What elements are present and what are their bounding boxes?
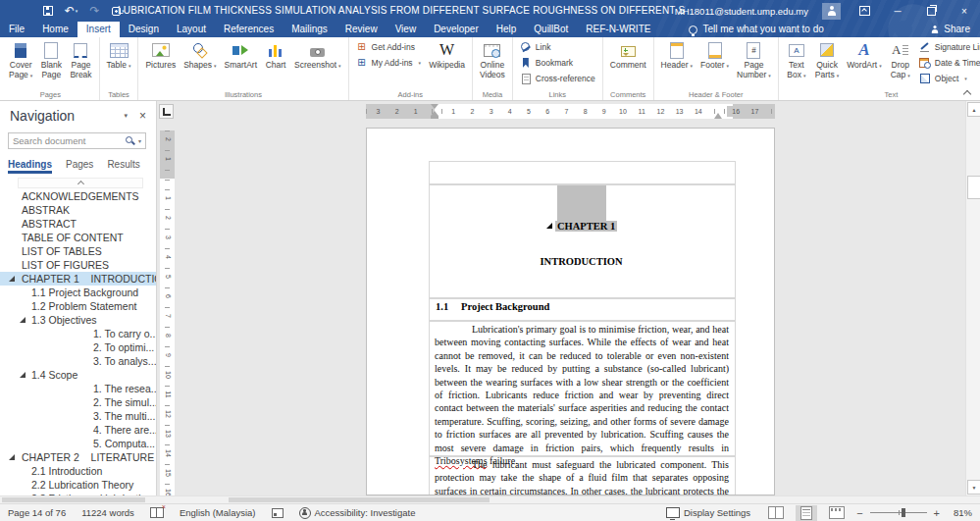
nav-item-list-of-figures[interactable]: LIST OF FIGURES <box>0 258 156 272</box>
section-title[interactable]: Project Background <box>461 301 549 312</box>
search-icon[interactable] <box>126 136 135 146</box>
wikipedia-button[interactable]: WWikipedia <box>425 39 469 72</box>
nav-tab-results[interactable]: Results <box>107 157 139 174</box>
zoom-in-button[interactable]: + <box>934 507 940 519</box>
tab-home[interactable]: Home <box>33 22 77 37</box>
header-button[interactable]: Header▾ <box>657 39 696 73</box>
minimize-button[interactable]: ─ <box>888 2 907 20</box>
nav-item-1-to-carry-o[interactable]: 1. To carry o... <box>0 327 156 340</box>
my-add-ins-button[interactable]: ⊞My Add-ins▾ <box>356 57 422 69</box>
signature-line-button[interactable]: Signature Line▾ <box>919 41 980 53</box>
wordart-button[interactable]: AWordArt▾ <box>843 39 886 73</box>
display-settings-button[interactable]: Display Settings <box>666 507 750 518</box>
collapse-ribbon-button[interactable] <box>960 86 974 98</box>
tab-layout[interactable]: Layout <box>168 22 215 37</box>
object-button[interactable]: Object▾ <box>919 73 980 84</box>
page-break-button[interactable]: PageBreak <box>66 39 95 80</box>
hanging-indent-marker[interactable] <box>431 107 438 116</box>
paragraph-2[interactable]: The lubricant must safeguard the lubrica… <box>435 458 729 495</box>
link-button[interactable]: Link <box>520 41 595 53</box>
customize-qat-button[interactable]: ▾ <box>135 5 148 18</box>
heading-collapse-icon[interactable] <box>546 223 552 229</box>
macro-record-button[interactable] <box>272 508 284 518</box>
nav-item-1-1-project-background[interactable]: 1.1 Project Background <box>0 286 156 299</box>
ribbon-display-options-button[interactable] <box>854 2 874 20</box>
section-number[interactable]: 1.1 <box>436 301 448 312</box>
nav-item-5-computa[interactable]: 5. Computa... <box>0 437 156 450</box>
page-indicator[interactable]: Page 14 of 76 <box>8 507 66 518</box>
nav-list-scroll-up[interactable] <box>18 178 143 188</box>
screenshot-button[interactable]: Screenshot▾ <box>290 39 345 73</box>
nav-item-acknowledgements[interactable]: ACKNOWLEDGEMENTS <box>0 189 156 203</box>
nav-item-1-the-resea[interactable]: 1. The resea... <box>0 382 156 395</box>
paragraph-1[interactable]: Lubrication's primary goal is to minimis… <box>435 323 729 467</box>
chapter-subheading[interactable]: INTRODUCTION <box>429 256 734 267</box>
cover-page-button[interactable]: CoverPage▾ <box>5 39 36 81</box>
tab-quillbot[interactable]: QuillBot <box>525 22 577 37</box>
nav-item-2-1-introduction[interactable]: 2.1 Introduction <box>0 464 156 478</box>
chapter-heading[interactable]: CHAPTER 1 <box>555 221 617 232</box>
nav-hscrollbar-thumb[interactable] <box>2 497 145 502</box>
vertical-scrollbar-thumb[interactable] <box>967 176 980 199</box>
nav-item-1-2-problem-statement[interactable]: 1.2 Problem Statement <box>0 299 156 313</box>
nav-item-1-3-objectives[interactable]: 1.3 Objectives <box>0 313 156 327</box>
blank-page-button[interactable]: BlankPage <box>36 39 66 80</box>
word-count[interactable]: 11224 words <box>81 507 134 518</box>
tab-stop-selector[interactable] <box>159 104 174 119</box>
zoom-slider-thumb[interactable] <box>902 508 905 517</box>
horizontal-scrollbar[interactable] <box>0 495 980 503</box>
nav-item-abstrak[interactable]: ABSTRAK <box>0 203 156 217</box>
nav-item-chapter-1-introduction[interactable]: CHAPTER 1 INTRODUCTION <box>0 272 156 286</box>
text-box-button[interactable]: TextBox▾ <box>782 39 811 81</box>
pictures-button[interactable]: Pictures <box>141 39 180 72</box>
shapes-button[interactable]: Shapes▾ <box>180 39 220 73</box>
tab-ref-n-write[interactable]: REF-N-WRITE <box>577 22 659 37</box>
online-videos-button[interactable]: OnlineVideos <box>476 39 509 80</box>
search-options-caret-icon[interactable]: ▾ <box>138 137 141 144</box>
undo-button[interactable]: ↶▾ <box>65 5 77 18</box>
accessibility-checker[interactable]: Accessibility: Investigate <box>299 507 416 519</box>
proofing-errors-button[interactable] <box>150 507 164 518</box>
zoom-level[interactable]: 81% <box>949 507 972 518</box>
share-button[interactable]: Share <box>930 22 970 37</box>
bookmark-button[interactable]: Bookmark <box>520 57 595 69</box>
cross-reference-button[interactable]: Cross-reference <box>520 73 595 84</box>
account-email[interactable]: MH18011@student.ump.edu.my <box>675 6 808 17</box>
web-layout-button[interactable] <box>826 505 848 521</box>
nav-item-4-there-are[interactable]: 4. There are... <box>0 423 156 437</box>
right-indent-marker[interactable] <box>714 109 722 119</box>
smartart-button[interactable]: SmartArt <box>221 39 262 72</box>
scroll-down-button[interactable]: ▼ <box>967 480 980 495</box>
doc-hscrollbar-thumb[interactable] <box>229 497 490 502</box>
nav-item-1-4-scope[interactable]: 1.4 Scope <box>0 368 156 382</box>
nav-options-caret-icon[interactable]: ▾ <box>116 112 135 120</box>
restore-button[interactable] <box>921 2 941 20</box>
zoom-slider[interactable] <box>870 512 927 513</box>
zoom-out-button[interactable]: − <box>856 507 862 519</box>
nav-item-3-the-multi[interactable]: 3. The multi... <box>0 409 156 423</box>
nav-item-chapter-2-literature-review[interactable]: CHAPTER 2 LITERATURE REVIEW <box>0 450 156 464</box>
chart-button[interactable]: Chart <box>261 39 290 72</box>
expand-triangle-icon[interactable] <box>9 454 15 460</box>
footer-button[interactable]: Footer▾ <box>696 39 733 73</box>
redo-button[interactable]: ↷ <box>88 5 101 18</box>
scroll-up-button[interactable]: ▲ <box>967 102 980 117</box>
language-indicator[interactable]: English (Malaysia) <box>180 507 256 518</box>
tab-mailings[interactable]: Mailings <box>283 22 336 37</box>
tab-view[interactable]: View <box>387 22 426 37</box>
quick-parts-button[interactable]: QuickParts▾ <box>811 39 843 81</box>
table-button[interactable]: Table▾ <box>103 39 135 73</box>
nav-item-abstract[interactable]: ABSTRACT <box>0 217 156 231</box>
search-document-input[interactable]: Search document ▾ <box>8 132 146 149</box>
nav-item-list-of-tables[interactable]: LIST OF TABLES <box>0 244 156 258</box>
left-indent-marker[interactable] <box>431 116 438 119</box>
vertical-scrollbar[interactable]: ▲ ▼ <box>965 101 980 495</box>
close-button[interactable]: × <box>954 2 974 20</box>
tab-review[interactable]: Review <box>336 22 387 37</box>
nav-item-3-to-analys[interactable]: 3. To analys... <box>0 354 156 368</box>
drop-cap-button[interactable]: DropCap▾ <box>886 39 915 81</box>
avatar[interactable] <box>822 3 841 20</box>
tell-me-box[interactable]: Tell me what you want to do <box>689 22 823 37</box>
page[interactable]: CHAPTER 1 INTRODUCTION 1.1 Project Backg… <box>366 128 775 495</box>
nav-item-2-2-lubrication-theory[interactable]: 2.2 Lubrication Theory <box>0 478 156 492</box>
